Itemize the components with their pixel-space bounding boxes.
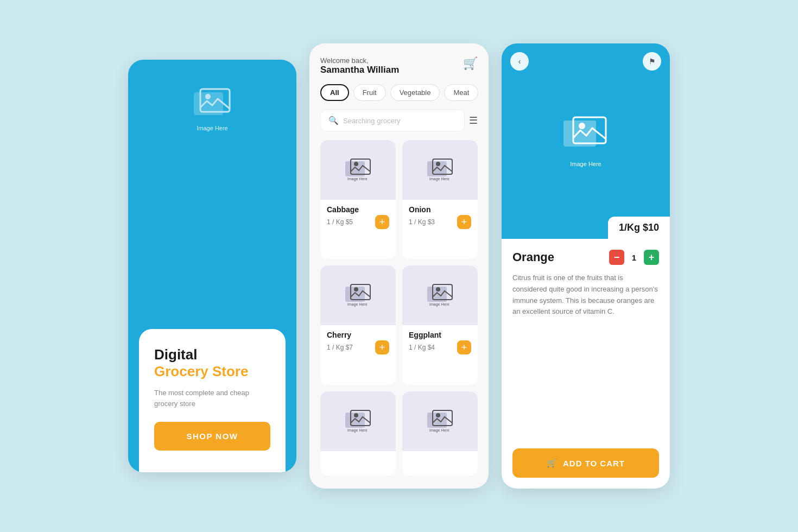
product-card-5: Image Here: [320, 391, 396, 476]
products-grid: Image Here Cabbage 1 / Kg $5 +: [318, 140, 480, 476]
category-tab-fruit[interactable]: Fruit: [353, 84, 386, 101]
product-image-onion: Image Here: [402, 140, 478, 200]
quantity-minus-button[interactable]: −: [609, 250, 624, 265]
add-cabbage-button[interactable]: +: [375, 215, 389, 229]
product-card-eggplant: Image Here Eggplant 1 / Kg $4 +: [402, 265, 478, 384]
screen1-subtitle: The most complete and cheap grocery stor…: [154, 388, 270, 409]
product-info-eggplant: Eggplant 1 / Kg $4 +: [402, 325, 478, 360]
svg-text:Image Here: Image Here: [347, 177, 368, 181]
product-image-cherry: Image Here: [320, 265, 396, 325]
product-info-onion: Onion 1 / Kg $3 +: [402, 200, 478, 235]
svg-point-25: [436, 413, 440, 417]
product-info-cherry: Cherry 1 / Kg $7 +: [320, 325, 396, 360]
product-detail-image-section: ‹ ⚑ Image Here 1/Kg $10: [502, 43, 670, 239]
product-price-cabbage: 1 / Kg $5: [327, 218, 353, 226]
add-to-cart-label: ADD TO CART: [563, 459, 625, 468]
screen2-header: Welcome back, Samantha William 🛒: [318, 56, 480, 75]
screen3-product-detail: ‹ ⚑ Image Here 1/Kg $10 Orange −: [502, 43, 670, 489]
product-detail-header-row: Orange − 1 +: [512, 250, 659, 265]
detail-image-label: Image Here: [570, 161, 601, 167]
product-price-row-cabbage: 1 / Kg $5 +: [327, 215, 389, 229]
search-row: 🔍 Searching grocery ☰: [318, 110, 480, 131]
product-name-cherry: Cherry: [327, 331, 389, 339]
product-description: Citrus fruit is one of the fruits that i…: [512, 273, 659, 318]
product-image-eggplant: Image Here: [402, 265, 478, 325]
product-name-eggplant: Eggplant: [409, 331, 471, 339]
product-price-row-cherry: 1 / Kg $7 +: [327, 340, 389, 354]
landing-image-icon: [191, 87, 234, 122]
screen3-detail: Orange − 1 + Citrus fruit is one of the …: [502, 239, 670, 489]
landing-image-placeholder: Image Here: [191, 87, 234, 131]
svg-point-17: [436, 287, 440, 292]
product-detail-name: Orange: [512, 250, 554, 264]
svg-point-2: [205, 94, 211, 99]
search-box: 🔍 Searching grocery: [320, 110, 465, 131]
product-card-cabbage: Image Here Cabbage 1 / Kg $5 +: [320, 140, 396, 259]
add-cherry-button[interactable]: +: [375, 340, 389, 354]
product-image-6: Image Here: [402, 391, 478, 451]
product-name-cabbage: Cabbage: [327, 205, 389, 214]
user-name: Samantha William: [320, 65, 399, 75]
screen1-card: Digital Grocery Store The most complete …: [139, 329, 286, 472]
product-name-onion: Onion: [409, 205, 471, 214]
landing-image-label: Image Here: [197, 125, 227, 131]
search-icon: 🔍: [328, 116, 339, 125]
quantity-value: 1: [629, 253, 639, 262]
svg-point-5: [354, 162, 358, 166]
product-card-6: Image Here: [402, 391, 478, 476]
category-tab-meat[interactable]: Meat: [444, 84, 478, 101]
add-eggplant-button[interactable]: +: [457, 340, 471, 354]
product-price-row-eggplant: 1 / Kg $4 +: [409, 340, 471, 354]
svg-text:Image Here: Image Here: [347, 302, 368, 307]
svg-point-29: [579, 123, 585, 129]
welcome-text: Welcome back,: [320, 56, 399, 65]
screen1-title-line1: Digital: [154, 346, 270, 363]
price-badge-text: 1/Kg $10: [619, 222, 659, 233]
screen1-top: Image Here: [191, 87, 234, 131]
svg-text:Image Here: Image Here: [429, 428, 449, 433]
category-tab-vegetable[interactable]: Vegetable: [390, 84, 440, 101]
quantity-controls: − 1 +: [609, 250, 659, 265]
detail-image-placeholder: Image Here: [561, 115, 610, 167]
product-info-cabbage: Cabbage 1 / Kg $5 +: [320, 200, 396, 235]
add-onion-button[interactable]: +: [457, 215, 471, 229]
screen1-title: Digital Grocery Store: [154, 346, 270, 380]
back-button[interactable]: ‹: [510, 52, 529, 71]
screen1-title-line2: Grocery Store: [154, 363, 270, 380]
product-card-onion: Image Here Onion 1 / Kg $3 +: [402, 140, 478, 259]
category-tab-all[interactable]: All: [320, 84, 349, 101]
svg-text:Image Here: Image Here: [429, 177, 449, 181]
welcome-section: Welcome back, Samantha William: [320, 56, 399, 75]
product-price-row-onion: 1 / Kg $3 +: [409, 215, 471, 229]
cart-button[interactable]: 🛒: [463, 56, 478, 71]
screen3-nav-top: ‹ ⚑: [502, 52, 670, 71]
product-image-cabbage: Image Here: [320, 140, 396, 200]
screens-container: Image Here Digital Grocery Store The mos…: [128, 43, 670, 489]
quantity-plus-button[interactable]: +: [644, 250, 659, 265]
screen1-landing: Image Here Digital Grocery Store The mos…: [128, 60, 296, 472]
svg-point-21: [354, 413, 358, 417]
price-badge: 1/Kg $10: [608, 217, 670, 239]
search-placeholder-text: Searching grocery: [343, 117, 401, 125]
svg-text:Image Here: Image Here: [429, 302, 449, 307]
product-card-cherry: Image Here Cherry 1 / Kg $7 +: [320, 265, 396, 384]
filter-button[interactable]: ☰: [469, 115, 478, 126]
shop-now-button[interactable]: SHOP NOW: [154, 422, 270, 451]
svg-text:Image Here: Image Here: [347, 428, 368, 433]
product-price-onion: 1 / Kg $3: [409, 218, 435, 226]
product-image-5: Image Here: [320, 391, 396, 451]
screen2-product-list: Welcome back, Samantha William 🛒 All Fru…: [309, 43, 489, 489]
product-price-eggplant: 1 / Kg $4: [409, 344, 435, 351]
bookmark-button[interactable]: ⚑: [643, 52, 661, 71]
category-tabs: All Fruit Vegetable Meat: [318, 84, 480, 101]
svg-point-9: [436, 162, 440, 166]
add-to-cart-button[interactable]: 🛒 ADD TO CART: [512, 448, 659, 478]
cart-icon: 🛒: [547, 458, 558, 468]
product-price-cherry: 1 / Kg $7: [327, 344, 353, 351]
svg-point-13: [354, 287, 358, 292]
